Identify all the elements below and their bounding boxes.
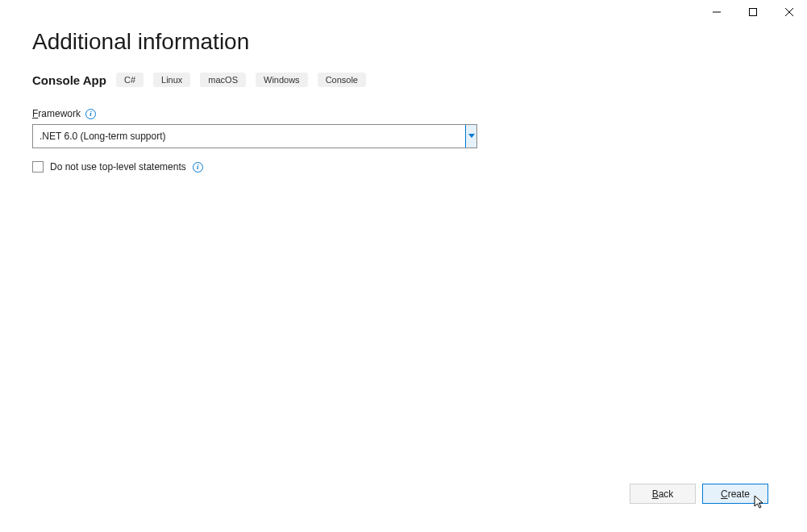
create-button[interactable]: Create bbox=[702, 484, 768, 504]
framework-select[interactable]: .NET 6.0 (Long-term support) bbox=[32, 124, 477, 148]
framework-selected-value: .NET 6.0 (Long-term support) bbox=[33, 125, 465, 148]
toplevel-checkbox[interactable] bbox=[32, 161, 44, 172]
tag-csharp: C# bbox=[116, 73, 144, 87]
tag-console: Console bbox=[318, 73, 366, 87]
page-title: Additional information bbox=[32, 29, 775, 55]
footer-buttons: Back Create bbox=[630, 484, 768, 504]
window-controls bbox=[698, 0, 807, 24]
svg-rect-0 bbox=[713, 12, 721, 13]
content-area: Additional information Console App C# Li… bbox=[32, 29, 775, 172]
tag-macos: macOS bbox=[200, 73, 246, 87]
toplevel-checkbox-row[interactable]: Do not use top-level statements i bbox=[32, 161, 775, 172]
framework-label: Framework i bbox=[32, 108, 775, 119]
minimize-button[interactable] bbox=[698, 0, 734, 24]
maximize-button[interactable] bbox=[734, 0, 771, 24]
chevron-down-icon[interactable] bbox=[465, 125, 476, 148]
project-row: Console App C# Linux macOS Windows Conso… bbox=[32, 73, 775, 87]
project-name: Console App bbox=[32, 73, 106, 87]
close-button[interactable] bbox=[771, 0, 807, 24]
framework-label-text: Framework bbox=[32, 108, 81, 119]
info-icon[interactable]: i bbox=[85, 109, 96, 119]
back-button[interactable]: Back bbox=[630, 484, 696, 504]
svg-rect-1 bbox=[749, 9, 756, 16]
toplevel-checkbox-label: Do not use top-level statements bbox=[50, 161, 186, 172]
tag-windows: Windows bbox=[256, 73, 308, 87]
tag-linux: Linux bbox=[153, 73, 190, 87]
info-icon[interactable]: i bbox=[193, 162, 203, 172]
